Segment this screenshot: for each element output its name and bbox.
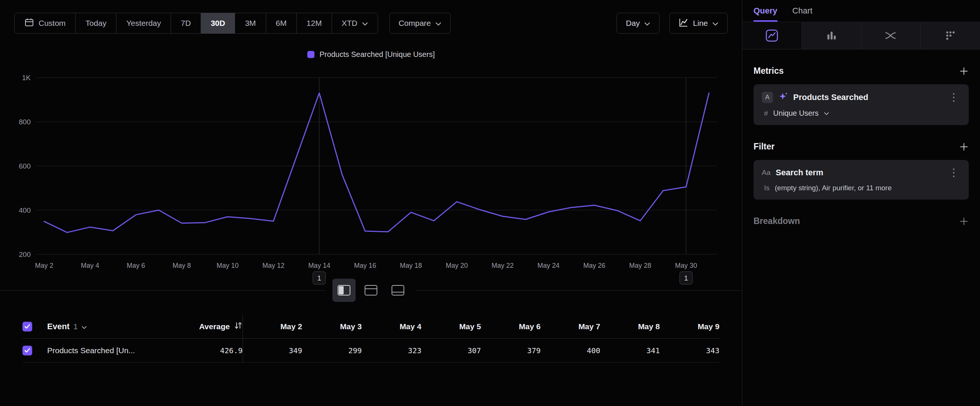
header-checkbox-cell: [22, 315, 47, 338]
breakdown-section-header: Breakdown: [754, 216, 969, 226]
legend-swatch: [307, 51, 315, 58]
bar-chart-icon: [825, 29, 838, 42]
range-3m-button[interactable]: 3M: [235, 13, 266, 33]
average-label: Average: [199, 322, 230, 331]
table-header-row: Event 1 Average May 2 May 3: [22, 315, 719, 339]
filter-value-selector[interactable]: Is (empty string), Air purifier, or 11 m…: [762, 184, 961, 192]
range-6m-button[interactable]: 6M: [266, 13, 297, 33]
svg-text:800: 800: [19, 118, 31, 126]
column-header: May 9: [660, 315, 719, 338]
chevron-down-icon: [82, 322, 87, 331]
check-icon: [24, 324, 30, 329]
row-value: 400: [541, 339, 600, 362]
row-checkbox-cell: [22, 339, 47, 362]
toolbar: Custom Today Yesterday 7D 30D 3M 6M 12M …: [14, 13, 728, 34]
metric-name: Products Searched: [793, 92, 942, 102]
column-header: May 6: [481, 315, 541, 338]
view-tab-retention[interactable]: [921, 22, 980, 49]
filter-card[interactable]: Aa Search term ⋮ Is (empty string), Air …: [754, 160, 969, 200]
chevron-down-icon: [824, 110, 829, 117]
row-checkbox[interactable]: [22, 346, 32, 355]
svg-text:1K: 1K: [22, 74, 31, 82]
add-filter-button[interactable]: [959, 142, 969, 152]
row-value: 323: [362, 339, 422, 362]
tab-query[interactable]: Query: [754, 0, 778, 22]
metric-kebab-menu[interactable]: ⋮: [947, 92, 961, 103]
svg-text:May 12: May 12: [262, 262, 285, 269]
layout-toggle-group: [326, 279, 416, 302]
metrics-title: Metrics: [754, 66, 784, 76]
row-average: 426.9: [158, 339, 243, 362]
row-name-cell[interactable]: Products Searched [Un...: [47, 339, 158, 362]
range-7d-button[interactable]: 7D: [171, 13, 201, 33]
average-column-header[interactable]: Average: [158, 315, 243, 338]
chevron-down-icon: [712, 19, 718, 28]
add-breakdown-button[interactable]: [959, 217, 969, 226]
filter-kebab-menu[interactable]: ⋮: [947, 167, 961, 178]
sidebar-tab-bar: Query Chart: [742, 0, 980, 22]
breakdown-title: Breakdown: [754, 216, 800, 226]
column-header: May 4: [362, 315, 422, 338]
view-tab-insights[interactable]: [742, 22, 802, 49]
custom-date-button[interactable]: Custom: [14, 13, 76, 33]
layout-bottom-button[interactable]: [386, 279, 409, 302]
svg-text:400: 400: [19, 206, 31, 214]
retention-icon: [944, 29, 957, 42]
chevron-down-icon: [644, 19, 650, 28]
measure-label: Unique Users: [773, 109, 819, 118]
view-tab-funnels[interactable]: [802, 22, 861, 49]
event-column-header[interactable]: Event 1: [47, 315, 158, 338]
svg-text:May 4: May 4: [81, 262, 99, 269]
event-label: Event: [47, 322, 70, 331]
legend-item[interactable]: Products Searched [Unique Users]: [0, 50, 742, 59]
sort-icon[interactable]: [234, 321, 243, 332]
select-all-checkbox[interactable]: [22, 322, 32, 331]
line-chart[interactable]: 1K80060040020011May 2May 4May 6May 8May …: [13, 63, 729, 288]
tab-chart[interactable]: Chart: [792, 0, 813, 22]
column-header: May 2: [243, 315, 302, 338]
svg-text:1: 1: [684, 274, 688, 282]
metric-card[interactable]: A Products Searched ⋮ # Unique Users: [754, 84, 969, 125]
column-header: May 7: [541, 315, 600, 338]
view-tab-flows[interactable]: [861, 22, 921, 49]
filter-operator: Is: [764, 184, 770, 192]
column-header: May 5: [422, 315, 481, 338]
row-name: Products Searched [Un...: [47, 346, 135, 355]
svg-text:May 22: May 22: [492, 262, 514, 269]
column-header: May 8: [600, 315, 660, 338]
add-metric-button[interactable]: [959, 66, 969, 76]
layout-split-button[interactable]: [332, 279, 356, 302]
svg-text:600: 600: [19, 162, 31, 170]
filter-section-header: Filter: [754, 142, 969, 152]
chart-type-button[interactable]: Line: [669, 13, 728, 34]
plus-icon: [959, 217, 969, 226]
svg-text:May 14: May 14: [308, 262, 330, 269]
query-sidebar: Query Chart: [742, 0, 980, 406]
calendar-icon: [24, 18, 34, 29]
granularity-button[interactable]: Day: [617, 13, 660, 34]
custom-date-label: Custom: [38, 19, 65, 28]
compare-button[interactable]: Compare: [389, 13, 451, 34]
chart-type-label: Line: [693, 19, 708, 28]
svg-text:May 28: May 28: [629, 262, 651, 269]
insights-line-chart-icon: [765, 29, 779, 42]
range-30d-button[interactable]: 30D: [201, 13, 235, 33]
main-panel: Custom Today Yesterday 7D 30D 3M 6M 12M …: [0, 0, 742, 406]
layout-split-icon: [337, 284, 351, 296]
compare-label: Compare: [399, 19, 431, 28]
svg-text:May 18: May 18: [400, 262, 422, 269]
event-count: 1: [73, 322, 78, 331]
range-12m-button[interactable]: 12M: [297, 13, 332, 33]
range-today-button[interactable]: Today: [76, 13, 116, 33]
view-type-tabs: [742, 22, 980, 49]
range-yesterday-button[interactable]: Yesterday: [116, 13, 171, 33]
row-value: 341: [600, 339, 660, 362]
sidebar-content: Metrics A Products Searched ⋮ # Unique: [742, 49, 980, 226]
chevron-down-icon: [435, 19, 441, 28]
svg-text:May 8: May 8: [173, 262, 191, 269]
range-xtd-button[interactable]: XTD: [332, 13, 378, 33]
filter-value: (empty string), Air purifier, or 11 more: [775, 184, 892, 192]
metric-measure-selector[interactable]: # Unique Users: [762, 109, 961, 118]
layout-top-button[interactable]: [360, 279, 383, 302]
granularity-label: Day: [626, 19, 640, 28]
